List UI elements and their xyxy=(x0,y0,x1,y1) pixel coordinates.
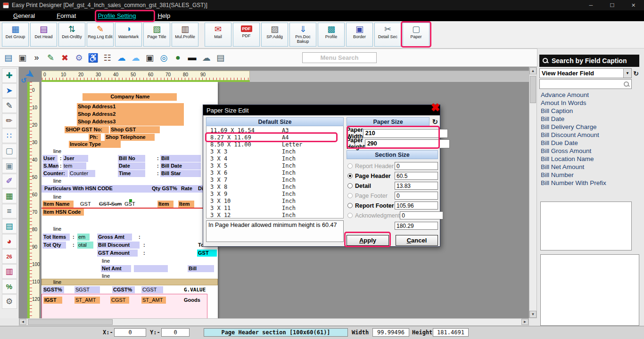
design-field[interactable]: Item Name xyxy=(42,201,74,208)
paper-size-row[interactable]: 8.50 X 11.00Letter xyxy=(206,141,343,148)
radio-acknowledgment[interactable] xyxy=(347,213,353,218)
design-field[interactable]: Bill xyxy=(160,155,201,162)
calendar-tool-icon[interactable]: 26 xyxy=(2,249,17,264)
dot-matrix-print-icon[interactable]: ▣ xyxy=(143,51,156,64)
field-caption-item[interactable]: Bill Number With Prefix xyxy=(541,179,637,187)
section-value-report-header[interactable] xyxy=(395,162,438,170)
toolbar-button-det-ordby[interactable]: ⇅Det-OrdBy xyxy=(58,23,85,47)
design-field[interactable]: Item xyxy=(178,201,194,208)
report-tool-icon[interactable]: ▥ xyxy=(2,264,17,279)
globe-sync-icon[interactable]: ◎ xyxy=(157,51,170,64)
field-caption-item[interactable]: Bill Gross Amount xyxy=(541,147,637,155)
design-field[interactable]: Item HSN Code xyxy=(42,209,84,216)
design-field[interactable]: line xyxy=(52,178,66,184)
design-field[interactable]: GST xyxy=(197,250,217,257)
dialog-close-icon[interactable]: ✖ xyxy=(431,102,440,113)
paper-size-row[interactable]: 3 X 9Inch xyxy=(206,191,343,198)
page-tool-icon[interactable]: ▢ xyxy=(2,144,17,158)
field-caption-item[interactable]: Amout In Words xyxy=(541,99,637,107)
section-value-acknowledgment[interactable] xyxy=(400,211,443,219)
design-field[interactable]: S.Man xyxy=(42,162,58,170)
section-value-page-header[interactable] xyxy=(395,172,438,180)
paper-size-row[interactable]: 11.69 X 16.54A3 xyxy=(206,127,343,134)
toolbar-button-det-head[interactable]: ▤Det Head xyxy=(30,23,57,47)
design-field[interactable]: : xyxy=(142,250,145,257)
design-field[interactable]: Gross Amt xyxy=(97,234,132,241)
design-field[interactable]: tem xyxy=(63,162,86,170)
percent-tool-icon[interactable]: % xyxy=(2,279,17,294)
image-tool-icon[interactable]: ▦ xyxy=(2,189,17,203)
field-caption-item[interactable]: Bill Net Amount xyxy=(541,163,637,171)
design-field[interactable]: G.VALUE xyxy=(183,286,213,293)
accessibility-icon[interactable]: ♿ xyxy=(87,51,99,64)
hierarchy-icon[interactable]: ☷ xyxy=(101,51,114,64)
menu-item-general[interactable]: General xyxy=(13,12,35,19)
snap-grid-tool-icon[interactable]: ∷ xyxy=(2,129,17,143)
more-tools-chevron-icon[interactable]: » xyxy=(30,51,43,64)
design-field[interactable]: SGST% xyxy=(42,286,64,293)
list-tool-icon[interactable]: ≡ xyxy=(2,204,17,218)
design-field[interactable]: Bill xyxy=(188,265,214,272)
design-field[interactable]: Net Amt xyxy=(101,265,131,272)
design-field[interactable]: line xyxy=(52,194,66,200)
design-field[interactable]: CGST xyxy=(110,297,129,304)
design-field[interactable]: Tot Items xyxy=(42,234,70,241)
design-field[interactable]: otal xyxy=(77,242,93,249)
design-field[interactable]: : xyxy=(138,234,140,241)
paper-size-row[interactable]: 3 X 12Inch xyxy=(206,212,343,218)
scroll-down-icon[interactable]: ▼ xyxy=(529,311,537,318)
paper-size-row[interactable]: 3 X 7Inch xyxy=(206,177,343,184)
design-field[interactable]: Item xyxy=(157,201,173,208)
design-field[interactable]: : xyxy=(156,155,159,162)
design-field[interactable]: Qty GST% xyxy=(151,185,179,193)
refresh-icon[interactable]: ↻ xyxy=(432,118,438,126)
dialog-title-bar[interactable]: Paper Size Edit xyxy=(203,105,440,115)
design-field[interactable]: GST xyxy=(79,201,91,208)
design-field[interactable]: line xyxy=(52,148,66,154)
design-field[interactable]: Ph: xyxy=(89,134,101,141)
design-field[interactable]: GST-Sum xyxy=(98,201,124,208)
print-queue-icon[interactable]: ▤ xyxy=(214,51,227,64)
design-field[interactable]: Rate xyxy=(180,185,194,193)
close-button[interactable]: ✕ xyxy=(623,0,644,10)
paper-size-row[interactable]: 3 X 3Inch xyxy=(206,148,343,155)
design-field[interactable]: Tot Qty xyxy=(42,242,66,249)
menu-item-help[interactable]: Help xyxy=(157,12,170,19)
design-field[interactable]: : xyxy=(59,162,62,170)
cancel-button[interactable]: Cancel xyxy=(396,235,438,246)
design-field[interactable]: ST_AMT xyxy=(74,297,100,304)
cloud-upload-icon[interactable]: ☁ xyxy=(115,51,128,64)
toolbar-button-sp-addg[interactable]: ▨SP.Addg xyxy=(261,23,288,47)
design-field[interactable] xyxy=(41,279,218,285)
vertical-scroll-thumb[interactable] xyxy=(530,76,536,103)
design-field[interactable]: Company Name xyxy=(83,93,177,101)
section-value-detail[interactable] xyxy=(395,182,438,190)
cloud-download-icon[interactable]: ☁ xyxy=(129,51,142,64)
design-field[interactable]: : xyxy=(72,234,74,241)
apply-button[interactable]: Apply xyxy=(347,235,389,246)
design-field[interactable] xyxy=(134,265,168,272)
cloud-print-icon[interactable]: ☁ xyxy=(200,51,213,64)
scroll-right-icon[interactable]: ► xyxy=(521,319,528,325)
toolbar-button-mail[interactable]: ✉Mail xyxy=(205,23,231,47)
radio-report-footer[interactable] xyxy=(347,203,353,208)
design-field[interactable] xyxy=(129,199,132,202)
field-caption-item[interactable]: Bill Caption xyxy=(541,107,637,115)
field-caption-item[interactable]: Bill Due Date xyxy=(541,139,637,147)
copy-page-tool-icon[interactable]: ▣ xyxy=(2,159,17,173)
design-field[interactable]: Shop GST xyxy=(110,126,160,133)
design-field[interactable]: line xyxy=(52,226,66,232)
pie-chart-tool-icon[interactable]: ◕ xyxy=(2,234,17,249)
paper-size-row[interactable]: 3 X 11Inch xyxy=(206,205,343,212)
radio-page-footer[interactable] xyxy=(347,193,353,198)
design-field[interactable]: line xyxy=(101,273,114,279)
paper-size-row[interactable]: 3 X 10Inch xyxy=(206,198,343,205)
design-field[interactable]: Counter xyxy=(69,170,95,177)
field-caption-item[interactable]: Bill Date xyxy=(541,115,637,123)
settings-tool-icon[interactable]: ⚙ xyxy=(2,294,17,309)
design-field[interactable]: CGST xyxy=(141,286,163,293)
toolbar-button-det-group[interactable]: ▦Det Group xyxy=(2,23,29,47)
design-field[interactable]: Goods xyxy=(183,297,206,304)
design-field[interactable]: : xyxy=(156,162,159,170)
design-field[interactable]: Bill Discount xyxy=(97,242,140,249)
